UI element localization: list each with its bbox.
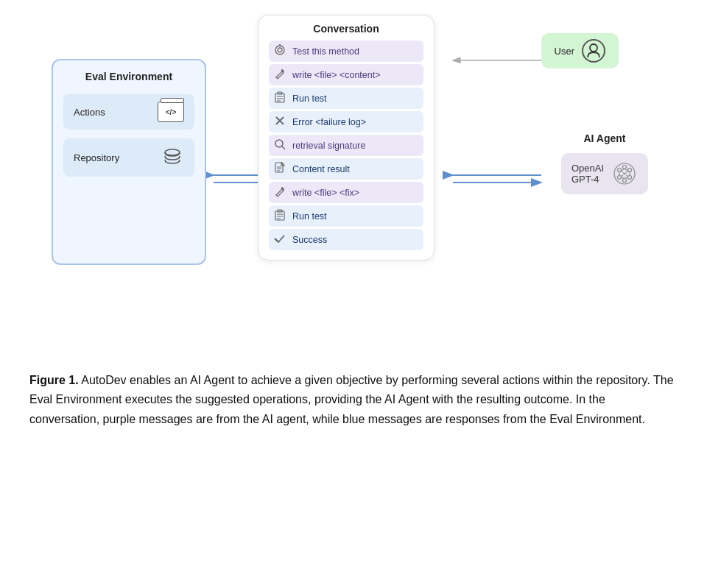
conv-text-6: write <file> <fix>: [292, 188, 419, 198]
figure-caption: Figure 1. AutoDev enables an AI Agent to…: [29, 371, 678, 429]
svg-point-34: [628, 169, 632, 172]
conv-icon-clipboard: [273, 209, 286, 223]
conv-icon-target: [273, 44, 286, 58]
conv-icon-check: [273, 233, 286, 247]
user-icon: [582, 39, 605, 63]
conv-item-5: Content result: [269, 158, 423, 180]
figure-label: Figure 1.: [29, 374, 79, 386]
user-box: User: [541, 33, 619, 68]
svg-point-36: [623, 179, 627, 183]
conv-item-4: retrieval signature: [269, 135, 423, 156]
svg-point-38: [618, 169, 622, 172]
repository-label: Repository: [74, 152, 119, 163]
svg-line-20: [282, 146, 285, 149]
conv-text-0: Test this method: [292, 46, 419, 57]
conv-item-3: Error <failure log>: [269, 111, 423, 132]
svg-point-35: [628, 176, 632, 180]
conv-icon-pen: [273, 185, 286, 199]
svg-point-31: [590, 44, 597, 52]
eval-env-title: Eval Environment: [63, 71, 194, 82]
svg-point-8: [165, 149, 180, 155]
eval-environment: Eval Environment Actions </> Repository: [52, 59, 206, 265]
conv-icon-x: [273, 115, 286, 129]
conv-item-6: write <file> <fix>: [269, 182, 423, 203]
svg-line-30: [275, 238, 278, 241]
openai-icon: [611, 160, 638, 187]
actions-label: Actions: [74, 107, 105, 118]
conv-item-0: Test this method: [269, 40, 423, 62]
database-icon: [161, 146, 184, 169]
conversation-panel: Conversation Test this methodwrite <file…: [258, 15, 435, 261]
caption-text: AutoDev enables an AI Agent to achieve a…: [29, 374, 674, 425]
svg-point-10: [278, 48, 282, 52]
conv-item-8: Success: [269, 229, 423, 250]
conv-icon-clipboard: [273, 91, 286, 105]
svg-point-19: [275, 140, 283, 147]
code-icon: </>: [158, 102, 184, 122]
conv-text-4: retrieval signature: [292, 141, 419, 151]
svg-point-33: [623, 166, 627, 169]
conv-text-8: Success: [292, 235, 419, 245]
user-bubble: User: [541, 33, 619, 68]
conv-text-3: Error <failure log>: [292, 117, 419, 127]
ai-agent-title: AI Agent: [583, 132, 625, 144]
conv-text-5: Content result: [292, 164, 419, 174]
actions-box: Actions </>: [63, 94, 194, 130]
conv-text-2: Run test: [292, 93, 419, 104]
openai-bubble: OpenAI GPT-4: [561, 153, 648, 194]
conv-text-1: write <file> <content>: [292, 70, 419, 80]
conv-icon-doc: [273, 162, 286, 176]
conv-icon-search: [273, 138, 286, 152]
svg-point-9: [275, 46, 284, 54]
user-label: User: [555, 46, 574, 57]
ai-agent-box: AI Agent OpenAI GPT-4: [561, 132, 648, 194]
svg-point-37: [618, 176, 622, 180]
conv-icon-pen: [273, 68, 286, 82]
conv-item-2: Run test: [269, 88, 423, 109]
conversation-title: Conversation: [269, 23, 423, 35]
conv-item-7: Run test: [269, 205, 423, 227]
conv-text-7: Run test: [292, 211, 419, 222]
openai-label: OpenAI GPT-4: [571, 163, 604, 185]
conv-item-1: write <file> <content>: [269, 64, 423, 85]
repository-box: Repository: [63, 138, 194, 177]
